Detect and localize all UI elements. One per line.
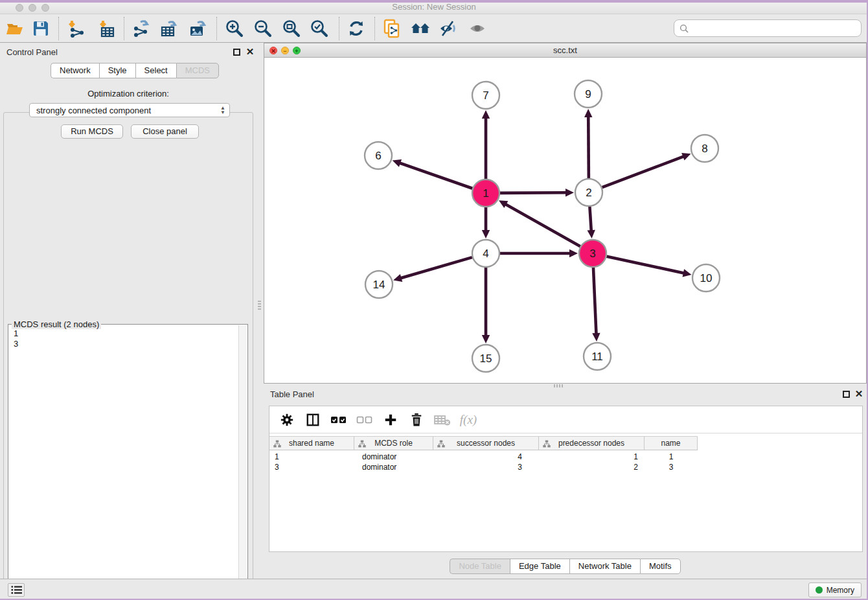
table-row[interactable]: 1dominator411 <box>269 452 698 462</box>
open-session-icon[interactable] <box>4 18 26 39</box>
table-cell[interactable]: 2 <box>539 462 645 472</box>
graph-node-9[interactable]: 9 <box>575 80 602 108</box>
table-cell[interactable]: 3 <box>433 462 539 472</box>
optimization-criterion-dropdown[interactable]: strongly connected component ▲▼ <box>29 103 230 117</box>
graph-edge-3-1[interactable] <box>505 204 580 247</box>
graph-node-10[interactable]: 10 <box>692 264 720 292</box>
graph-node-6[interactable]: 6 <box>365 142 392 169</box>
tab-style[interactable]: Style <box>99 63 135 78</box>
control-panel-float-button[interactable] <box>233 49 240 56</box>
graph-edge-1-6[interactable] <box>399 163 472 189</box>
status-bar: Memory <box>0 579 868 600</box>
table-cell[interactable]: 1 <box>539 452 645 462</box>
graph-node-2[interactable]: 2 <box>575 179 602 206</box>
hide-selected-icon[interactable] <box>437 18 459 39</box>
graph-edge-1-2[interactable] <box>500 192 567 193</box>
column-header-predecessor-nodes[interactable]: predecessor nodes <box>539 437 645 450</box>
table-panel: Table Panel ✕ f(x) <box>264 386 867 579</box>
table-cell[interactable]: 1 <box>269 452 354 462</box>
graph-edge-arrowhead <box>482 110 490 119</box>
import-table-icon[interactable] <box>96 18 118 39</box>
network-maximize-button[interactable]: + <box>293 47 301 54</box>
table-settings-icon[interactable] <box>279 411 295 428</box>
table-panel-float-button[interactable] <box>843 391 850 398</box>
table-cell[interactable]: 4 <box>433 452 539 462</box>
window-close-button[interactable] <box>16 4 23 12</box>
export-network-icon[interactable] <box>130 18 152 39</box>
close-panel-button[interactable]: Close panel <box>131 124 199 139</box>
graph-node-1[interactable]: 1 <box>472 179 499 207</box>
table-header-row[interactable]: shared nameMCDS rolesuccessor nodesprede… <box>269 436 698 450</box>
table-tab-motifs[interactable]: Motifs <box>640 559 681 574</box>
table-tab-network-table[interactable]: Network Table <box>569 559 640 574</box>
graph-edge-3-11[interactable] <box>593 268 597 334</box>
graph-node-7[interactable]: 7 <box>472 82 499 109</box>
window-zoom-button[interactable] <box>41 4 49 12</box>
table-tab-edge-table[interactable]: Edge Table <box>510 559 569 574</box>
search-field[interactable] <box>674 19 862 37</box>
table-cell[interactable]: 3 <box>269 462 354 472</box>
table-panel-close-button[interactable]: ✕ <box>854 389 864 399</box>
delete-table-icon[interactable] <box>434 411 451 428</box>
graph-edge-4-14[interactable] <box>400 257 472 278</box>
network-window-titlebar[interactable]: ✕ − + scc.txt <box>264 43 866 58</box>
create-column-icon[interactable] <box>382 411 399 428</box>
show-all-icon[interactable] <box>466 18 488 39</box>
select-all-columns-icon[interactable] <box>330 411 347 428</box>
zoom-fit-icon[interactable] <box>280 18 303 39</box>
function-builder-icon[interactable]: f(x) <box>460 411 477 428</box>
tab-network[interactable]: Network <box>51 63 99 78</box>
graph-node-11[interactable]: 11 <box>584 343 611 370</box>
export-table-icon[interactable] <box>158 18 180 39</box>
tab-select[interactable]: Select <box>135 63 176 78</box>
network-close-button[interactable]: ✕ <box>269 47 277 54</box>
graph-node-4[interactable]: 4 <box>472 240 499 267</box>
table-cell[interactable]: dominator <box>354 452 433 462</box>
task-history-button[interactable] <box>8 583 25 597</box>
run-mcds-button[interactable]: Run MCDS <box>61 124 123 139</box>
result-scrollbar[interactable] <box>238 325 247 600</box>
memory-button[interactable]: Memory <box>808 583 862 597</box>
split-table-view-icon[interactable] <box>304 411 321 428</box>
column-header-label: name <box>661 439 680 448</box>
zoom-in-icon[interactable] <box>223 18 246 39</box>
search-input[interactable] <box>692 23 861 33</box>
control-panel: Control Panel ✕ NetworkStyleSelectMCDS O… <box>0 43 257 579</box>
tab-mcds[interactable]: MCDS <box>176 63 219 78</box>
column-header-name[interactable]: name <box>645 437 698 450</box>
network-window-title: scc.txt <box>264 43 866 58</box>
graph-node-15[interactable]: 15 <box>472 345 499 372</box>
column-header-MCDS-role[interactable]: MCDS role <box>354 437 433 450</box>
first-neighbors-icon[interactable] <box>409 18 431 39</box>
graph-edge-2-9[interactable] <box>588 116 589 178</box>
graph-node-8[interactable]: 8 <box>691 135 718 162</box>
export-image-icon[interactable] <box>187 18 209 39</box>
table-cell[interactable]: 3 <box>645 462 698 472</box>
import-network-icon[interactable] <box>65 18 87 39</box>
table-cell[interactable]: dominator <box>354 462 433 472</box>
column-header-successor-nodes[interactable]: successor nodes <box>433 437 539 450</box>
graph-node-14[interactable]: 14 <box>365 271 393 298</box>
deselect-all-columns-icon[interactable] <box>356 411 373 428</box>
zoom-selected-icon[interactable] <box>308 18 330 39</box>
table-tab-node-table[interactable]: Node Table <box>450 559 510 574</box>
graph-edge-3-10[interactable] <box>606 257 684 273</box>
graph-node-3[interactable]: 3 <box>579 240 606 267</box>
column-type-icon <box>437 440 445 448</box>
window-minimize-button[interactable] <box>29 4 36 12</box>
clone-network-icon[interactable] <box>381 18 403 39</box>
control-panel-close-button[interactable]: ✕ <box>245 47 255 57</box>
network-minimize-button[interactable]: − <box>281 47 289 54</box>
table-cell[interactable]: 1 <box>645 452 698 462</box>
save-session-icon[interactable] <box>30 18 52 39</box>
network-canvas[interactable]: 7968124314101511 <box>264 58 866 384</box>
table-row[interactable]: 3dominator323 <box>269 462 698 472</box>
column-header-label: successor nodes <box>457 439 515 448</box>
graph-edge-2-8[interactable] <box>602 156 685 187</box>
vertical-splitter-grip[interactable] <box>258 301 261 310</box>
zoom-out-icon[interactable] <box>252 18 274 39</box>
delete-columns-icon[interactable] <box>408 411 425 428</box>
column-header-shared-name[interactable]: shared name <box>269 437 354 450</box>
apply-preferred-layout-icon[interactable] <box>345 18 367 39</box>
graph-edge-2-3[interactable] <box>589 207 591 231</box>
